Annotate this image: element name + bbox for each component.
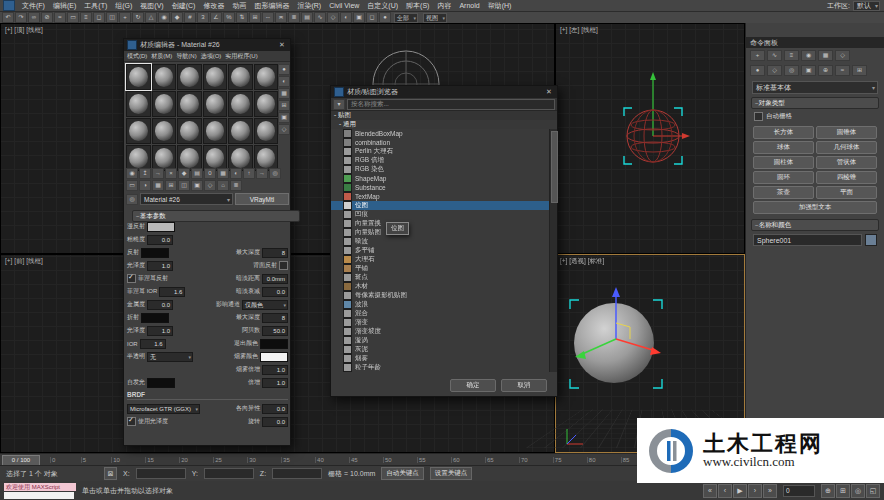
setkey-button[interactable]: 设置关键点	[430, 467, 473, 480]
workspace-dropdown[interactable]: 默认	[853, 1, 880, 11]
material-sample-slot[interactable]	[203, 118, 228, 144]
autogrid-checkbox[interactable]	[754, 112, 763, 121]
map-list-item[interactable]: RGB 倍增	[331, 156, 557, 165]
primitive-button[interactable]: 圆柱体	[753, 156, 814, 169]
time-slider-handle[interactable]: 0 / 100	[2, 455, 40, 466]
scrollbar-thumb[interactable]	[551, 131, 558, 203]
color-swatch[interactable]	[141, 313, 169, 323]
material-editor-menu-item[interactable]: 导航(N)	[176, 52, 196, 61]
menu-item[interactable]: 自定义(U)	[363, 2, 402, 9]
color-swatch[interactable]	[260, 352, 288, 362]
motion-tab-icon[interactable]: ◉	[801, 50, 816, 61]
map-list-item[interactable]: 平铺	[331, 264, 557, 273]
map-list-item[interactable]: BlendedBoxMap	[331, 129, 557, 138]
helpers-icon[interactable]: ⊕	[818, 65, 833, 76]
menu-item[interactable]: 帮助(H)	[484, 2, 516, 9]
schematic-view-icon[interactable]: ◇	[327, 12, 339, 23]
map-list-item[interactable]: TextMap	[331, 192, 557, 201]
lights-icon[interactable]: ◎	[784, 65, 799, 76]
bind-spacewarp-icon[interactable]: ≈	[54, 12, 66, 23]
curve-editor-icon[interactable]: ∿	[314, 12, 326, 23]
primitive-button[interactable]: 加强型文本	[753, 201, 877, 214]
ribbon-icon[interactable]: ▤	[301, 12, 313, 23]
rollout-object-type[interactable]: 对象类型	[751, 97, 879, 109]
x-coordinate-field[interactable]	[136, 468, 186, 479]
material-editor-menu-item[interactable]: 材质(M)	[151, 52, 172, 61]
param-spinner[interactable]: 0.0	[262, 417, 288, 427]
command-panel-title[interactable]: 命令面板	[746, 37, 884, 48]
menu-item[interactable]: 文件(F)	[18, 2, 49, 9]
geometry-icon[interactable]: ●	[750, 65, 765, 76]
maxscript-listener-line[interactable]	[4, 492, 74, 499]
backlight2-icon[interactable]: ◑	[139, 180, 151, 191]
color-swatch[interactable]	[260, 339, 288, 349]
param-spinner[interactable]: 1.0	[147, 261, 173, 271]
param-checkbox[interactable]	[279, 261, 288, 270]
app-icon[interactable]	[3, 0, 15, 11]
material-editor-icon[interactable]: ◐	[340, 12, 352, 23]
layer-manager-icon[interactable]: ≣	[288, 12, 300, 23]
scale-icon[interactable]: △	[145, 12, 157, 23]
select-by-material-icon[interactable]: ⌂	[217, 180, 229, 191]
viewport-label[interactable]: [+] [顶] [线框]	[5, 26, 43, 35]
zoom-all-icon[interactable]: ⊞	[836, 484, 850, 498]
viewport-label[interactable]: [+] [左] [线框]	[560, 26, 598, 35]
param-spinner[interactable]: 8	[262, 248, 288, 258]
manipulate-icon[interactable]: ◆	[171, 12, 183, 23]
menu-item[interactable]: 渲染(R)	[293, 2, 325, 9]
param-spinner[interactable]: 0.0	[147, 300, 173, 310]
display-tab-icon[interactable]: ▦	[818, 50, 833, 61]
primitive-button[interactable]: 圆环	[753, 171, 814, 184]
primitive-button[interactable]: 管状体	[816, 156, 877, 169]
cameras-icon[interactable]: ▣	[801, 65, 816, 76]
map-list-item[interactable]: 木材	[331, 282, 557, 291]
options-icon[interactable]: ◇	[278, 124, 290, 135]
sample-tiling-icon[interactable]: ⊞	[278, 100, 290, 111]
maxscript-macro-line[interactable]: 欢迎使用 MAXScript	[4, 483, 76, 491]
primitive-button[interactable]: 茶壶	[753, 186, 814, 199]
param-checkbox[interactable]	[127, 417, 136, 426]
param-spinner[interactable]: 0.0	[262, 404, 288, 414]
object-name-field[interactable]: Sphere001	[753, 234, 862, 246]
material-editor-menu-item[interactable]: 模式(D)	[127, 52, 147, 61]
background-icon[interactable]: ▦	[278, 88, 290, 99]
param-spinner[interactable]: 1.0	[262, 378, 288, 388]
go-end-icon[interactable]: »	[763, 484, 777, 498]
object-color-swatch[interactable]	[865, 234, 877, 246]
maximize-viewport-icon[interactable]: ◱	[866, 484, 880, 498]
play-icon[interactable]: ▶	[733, 484, 747, 498]
param-spinner[interactable]: 1.0	[147, 326, 173, 336]
map-list-item[interactable]: 粒子年龄	[331, 363, 557, 372]
shapes-icon[interactable]: ◇	[767, 65, 782, 76]
scrollbar[interactable]	[549, 129, 557, 372]
map-list-item[interactable]: 波浪	[331, 300, 557, 309]
prev-frame-icon[interactable]: ‹	[718, 484, 732, 498]
checker-icon[interactable]: ▦	[152, 180, 164, 191]
systems-icon[interactable]: ⊞	[852, 65, 867, 76]
spacewarps-icon[interactable]: ≈	[835, 65, 850, 76]
material-id-icon[interactable]: 0	[204, 168, 216, 179]
redo-icon[interactable]: ↷	[15, 12, 27, 23]
tile-icon[interactable]: ⊞	[165, 180, 177, 191]
search-icon[interactable]: ▾	[333, 99, 345, 110]
sphere-wireframe-selected[interactable]	[616, 72, 690, 172]
material-sample-slot[interactable]	[177, 64, 202, 90]
map-list-item[interactable]: RGB 染色	[331, 165, 557, 174]
maxscript-mini-listener[interactable]: 欢迎使用 MAXScript	[4, 483, 76, 499]
select-object-icon[interactable]: ▭	[67, 12, 79, 23]
lock-selection-icon[interactable]: ⊠	[104, 467, 117, 480]
undo-icon[interactable]: ↶	[2, 12, 14, 23]
angle-snap-icon[interactable]: ∠	[210, 12, 222, 23]
snap-toggle-icon[interactable]: 3	[197, 12, 209, 23]
param-spinner[interactable]: 0.0	[262, 287, 288, 297]
material-map-navigator-icon[interactable]: ≣	[230, 180, 242, 191]
spinner-snap-icon[interactable]: ⇅	[236, 12, 248, 23]
map-list-item[interactable]: ShapeMap	[331, 174, 557, 183]
menu-item[interactable]: 工具(T)	[80, 2, 111, 9]
render-setup-icon[interactable]: ▣	[353, 12, 365, 23]
pick-from-object-icon[interactable]: ◎	[126, 194, 138, 205]
map-list-item[interactable]: 噪波	[331, 237, 557, 246]
map-list-item[interactable]: 大理石	[331, 255, 557, 264]
get-material-icon[interactable]: ◉	[126, 168, 138, 179]
compare-icon[interactable]: ◫	[178, 180, 190, 191]
